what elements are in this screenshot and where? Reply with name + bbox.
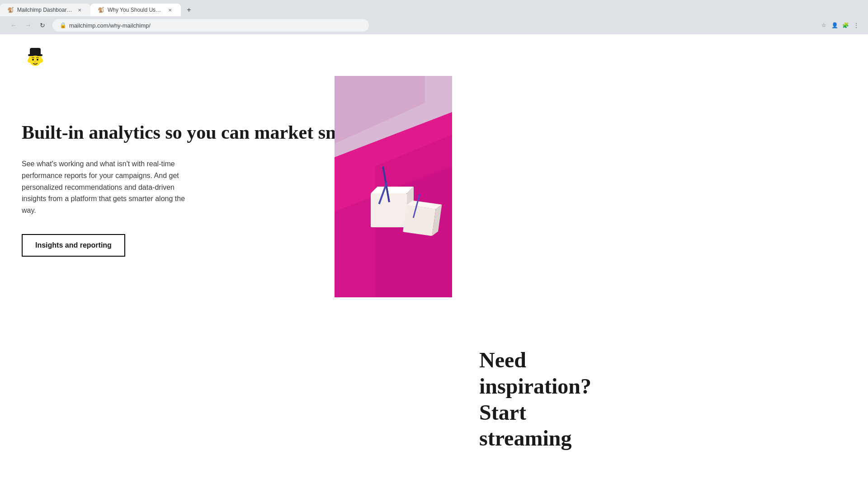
product-image [335, 76, 452, 297]
url-text: mailchimp.com/why-mailchimp/ [69, 22, 151, 29]
main-description: See what's working and what isn't with r… [22, 158, 193, 216]
site-header [0, 34, 868, 76]
inspiration-heading: Need inspiration? Start streaming [479, 347, 615, 451]
reload-button[interactable]: ↻ [36, 19, 49, 32]
svg-point-6 [34, 61, 37, 63]
tab-1-title: Mailchimp Dashboard | Teach... [17, 7, 72, 13]
tab-2-title: Why You Should Use Mailchim... [108, 7, 163, 13]
svg-point-5 [37, 59, 38, 61]
svg-rect-19 [403, 205, 436, 236]
profile-icon[interactable]: 👤 [830, 21, 839, 30]
tab-2[interactable]: 🐒 Why You Should Use Mailchim... ✕ [90, 4, 181, 16]
mailchimp-logo [22, 42, 49, 69]
tabs-bar: 🐒 Mailchimp Dashboard | Teach... ✕ 🐒 Why… [0, 0, 868, 16]
address-bar: ← → ↻ 🔒 mailchimp.com/why-mailchimp/ ☆ 👤… [0, 16, 868, 34]
tab-1[interactable]: 🐒 Mailchimp Dashboard | Teach... ✕ [0, 4, 90, 16]
bookmark-icon[interactable]: ☆ [819, 21, 828, 30]
main-section: Built-in analytics so you can market sma… [0, 76, 542, 293]
page-content: Built-in analytics so you can market sma… [0, 0, 868, 479]
nav-buttons: ← → ↻ [7, 19, 49, 32]
svg-point-7 [28, 58, 31, 63]
svg-marker-15 [371, 187, 414, 193]
product-image-area [335, 76, 452, 297]
new-tab-button[interactable]: + [183, 4, 195, 16]
browser-chrome: 🐒 Mailchimp Dashboard | Teach... ✕ 🐒 Why… [0, 0, 868, 34]
insights-reporting-button[interactable]: Insights and reporting [22, 234, 125, 257]
tab-2-close-icon[interactable]: ✕ [166, 6, 174, 14]
lock-icon: 🔒 [60, 22, 66, 28]
svg-point-4 [32, 59, 34, 61]
url-bar[interactable]: 🔒 mailchimp.com/why-mailchimp/ [52, 19, 369, 32]
forward-button[interactable]: → [22, 19, 34, 32]
back-button[interactable]: ← [7, 19, 20, 32]
menu-icon[interactable]: ⋮ [852, 21, 861, 30]
tab-1-close-icon[interactable]: ✕ [76, 6, 83, 14]
tab-1-favicon: 🐒 [7, 7, 14, 13]
logo-container[interactable] [22, 42, 49, 69]
browser-actions: ☆ 👤 🧩 ⋮ [819, 21, 861, 30]
bottom-section: Need inspiration? Start streaming [163, 329, 705, 478]
tab-2-favicon: 🐒 [98, 7, 104, 13]
svg-point-8 [39, 58, 43, 63]
extensions-icon[interactable]: 🧩 [841, 21, 850, 30]
